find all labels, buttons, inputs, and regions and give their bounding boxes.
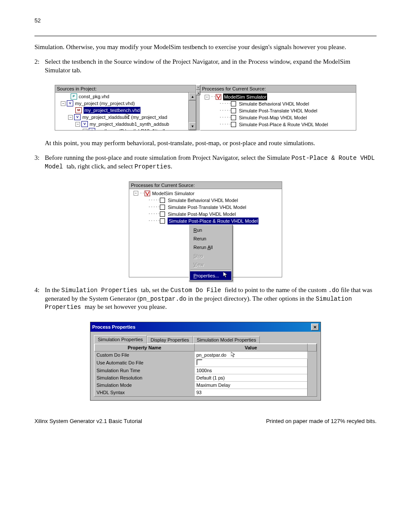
dialog-titlebar: Process Properties ✕: [90, 322, 321, 332]
step3-text: Before running the post-place and route …: [45, 154, 377, 171]
footer-left-text: Xilinx System Generator v2.1 Basic Tutor…: [34, 418, 142, 424]
cursor-icon: [223, 272, 228, 280]
table-row[interactable]: Simulation Mode Maximum Delay: [95, 382, 317, 389]
tree-item-const-pkg[interactable]: P const_pkg.vhd: [56, 93, 188, 100]
step4-number: 4:: [34, 286, 45, 311]
sources-panel-title: Sources in Project:: [55, 85, 196, 93]
collapse-icon[interactable]: −: [134, 191, 138, 196]
step2-text: Select the testbench in the Source windo…: [45, 58, 377, 75]
page-footer: Xilinx System Generator v2.1 Basic Tutor…: [34, 418, 377, 424]
process-icon: [231, 108, 236, 113]
checkbox-unchecked[interactable]: [196, 359, 202, 365]
header-rule: [34, 36, 377, 36]
processes-panel-title: Processes for Current Source:: [200, 85, 356, 93]
tree-item-behavioral-2[interactable]: ····· Simulate Behavioral VHDL Model: [131, 197, 280, 204]
process-icon: [231, 115, 236, 120]
collapse-icon[interactable]: −: [205, 95, 209, 100]
mid-paragraph: At this point, you may perform behaviora…: [45, 139, 377, 148]
figure-sources-processes: Sources in Project: P const_pkg.vhd − V: [55, 85, 356, 131]
footer-right-text: Printed on paper made of 127% recyled bi…: [266, 418, 377, 424]
module-icon: M: [75, 107, 82, 113]
scroll-up-icon[interactable]: ▲: [189, 93, 196, 100]
collapse-icon[interactable]: −: [75, 122, 80, 127]
menu-rerun-all[interactable]: Rerun All: [190, 243, 231, 252]
scrollbar-vertical[interactable]: ▲ ▼: [188, 93, 196, 130]
tool-icon: [144, 190, 150, 196]
step4-text: In the Simulation Properties tab, set th…: [45, 286, 377, 311]
splitter-handle[interactable]: × ◂: [196, 85, 200, 131]
selected-process-2: Simulate Post-Place & Route VHDL Model: [168, 218, 258, 224]
selected-source: my_project_testbench.vhd: [84, 107, 140, 114]
properties-table: Property Name Value Custom Do File pn_po…: [94, 344, 317, 396]
tree-item-synth-addsub[interactable]: − V my_project_xladdsub1_synth_addsub: [56, 121, 188, 128]
processes-panel-title-2: Processes for Current Source:: [129, 182, 282, 189]
figure-context-menu: Processes for Current Source: − ·· Model…: [129, 181, 282, 277]
scrollbar-vertical[interactable]: [308, 352, 317, 396]
collapse-icon[interactable]: −: [83, 129, 87, 131]
intro-paragraph: Simulation. Otherwise, you may modify yo…: [34, 43, 377, 52]
tree-item-modelsim-2[interactable]: − ·· ModelSim Simulator: [131, 190, 280, 197]
tree-item-post-map[interactable]: ····· Simulate Post-Map VHDL Model: [202, 114, 354, 121]
page-number: 52: [34, 17, 377, 24]
vhdl-icon: V: [81, 121, 88, 127]
col-value: Value: [194, 344, 307, 352]
vhdl-icon: V: [67, 100, 73, 106]
tree-item-post-place-2[interactable]: ····· Simulate Post-Place & Route VHDL M…: [131, 218, 280, 224]
tree-item-post-translate[interactable]: ····· Simulate Post-Translate VHDL Model: [202, 107, 354, 114]
tree-item-my-project[interactable]: − V my_project (my_project.vhd): [56, 100, 188, 107]
collapse-icon[interactable]: −: [61, 101, 65, 106]
menu-view: View: [190, 260, 231, 269]
scroll-down-icon[interactable]: ▼: [189, 122, 196, 130]
col-property-name: Property Name: [95, 344, 195, 352]
tree-item-post-translate-2[interactable]: ····· Simulate Post-Translate VHDL Model: [131, 204, 280, 211]
process-icon: [231, 122, 236, 127]
tree-item-behavioral[interactable]: ····· Simulate Behavioral VHDL Model: [202, 100, 354, 107]
arrow-left-icon[interactable]: ◂: [196, 90, 200, 95]
cursor-icon: [231, 352, 236, 359]
dialog-title: Process Properties: [92, 324, 135, 330]
figure-process-properties: Process Properties ✕ Simulation Properti…: [90, 322, 321, 401]
step3-number: 3:: [34, 154, 45, 171]
process-icon: [160, 218, 165, 224]
tree-item-testbench[interactable]: M my_project_testbench.vhd: [56, 107, 188, 114]
step2-number: 2:: [34, 58, 45, 75]
tool-icon: [215, 94, 221, 100]
vhdl-icon: V: [89, 128, 95, 130]
tree-item-post-map-2[interactable]: ····· Simulate Post-Map VHDL Model: [131, 211, 280, 218]
process-icon: [160, 205, 165, 210]
tree-item-modelsim[interactable]: − ·· ModelSim Simulator: [202, 93, 354, 100]
tab-display-properties[interactable]: Display Properties: [147, 336, 193, 343]
process-icon: [160, 198, 165, 203]
table-row[interactable]: Custom Do File pn_postpar.do: [95, 352, 317, 359]
table-row[interactable]: VHDL Syntax 93: [95, 389, 317, 396]
menu-rerun[interactable]: Rerun: [190, 234, 231, 243]
vhdl-icon: V: [74, 114, 81, 120]
menu-run[interactable]: Run: [190, 226, 231, 234]
tab-simulation-model-properties[interactable]: Simulation Model Properties: [193, 336, 260, 343]
table-row[interactable]: Simulation Run Time 1000ns: [95, 367, 317, 374]
process-icon: [231, 101, 236, 106]
menu-separator: [190, 270, 231, 271]
close-button[interactable]: ✕: [311, 324, 319, 330]
tab-simulation-properties[interactable]: Simulation Properties: [94, 335, 147, 344]
package-icon: P: [71, 93, 77, 100]
tree-item-post-place[interactable]: ····· Simulate Post-Place & Route VHDL M…: [202, 121, 354, 128]
tree-item-synth-reg[interactable]: − V synth_reg (D:\matlabR12_1\toolb: [56, 128, 188, 130]
tree-item-xladdsub1[interactable]: − V my_project_xladdsub1 (my_project_xla…: [56, 114, 188, 121]
process-icon: [160, 212, 165, 217]
close-x-icon[interactable]: ×: [196, 85, 200, 90]
collapse-icon[interactable]: −: [68, 115, 73, 120]
table-row[interactable]: Simulation Resolution Default (1 ps): [95, 374, 317, 382]
selected-process: ModelSim Simulator: [223, 93, 267, 100]
table-row[interactable]: Use Automatic Do File: [95, 359, 317, 367]
cursor-icon: [126, 113, 130, 121]
menu-stop: Stop: [190, 252, 231, 260]
